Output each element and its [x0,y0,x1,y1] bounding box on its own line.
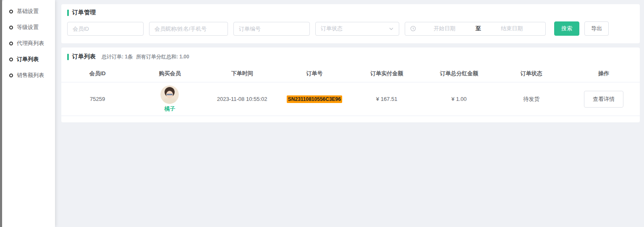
col-dividend-amount: 订单总分红金额 [423,70,495,77]
sidebar-item-level-settings[interactable]: 等级设置 [2,19,55,35]
cell-paid-amount: ¥ 167.51 [351,96,423,102]
export-button[interactable]: 导出 [584,21,609,36]
sidebar-item-label: 基础设置 [17,8,39,15]
list-title: 订单列表 [72,53,96,61]
main-content: 订单管理 订单状态 开始日期 至 结束日期 [55,0,644,227]
accent-bar [67,10,69,16]
col-paid-amount: 订单实付金额 [351,70,423,77]
date-range-picker[interactable]: 开始日期 至 结束日期 [405,22,546,36]
sidebar-item-label: 销售额列表 [17,71,44,79]
total-orders-summary: 总计订单: 1条 [102,53,133,61]
cell-order-no: SN23110810556C3E96 [278,95,351,103]
circle-icon [9,58,13,61]
sidebar-item-sales-list[interactable]: 销售额列表 [2,67,55,83]
col-member-id: 会员ID [61,70,134,77]
order-no-highlight: SN23110810556C3E96 [287,95,342,103]
circle-icon [9,42,13,45]
app-window: 基础设置 等级设置 代理商列表 订单列表 销售额列表 订单管理 [0,0,644,227]
sidebar-item-agent-list[interactable]: 代理商列表 [2,35,55,51]
order-list-panel: 订单列表 总计订单: 1条 所有订单分红总和: 1.00 会员ID 购买会员 下… [61,48,640,122]
cell-order-status: 待发货 [495,95,568,103]
sidebar-item-order-list[interactable]: 订单列表 [2,51,55,67]
col-order-no: 订单号 [278,70,351,77]
date-range-separator: 至 [473,25,484,32]
cell-buyer: 橘子 [134,85,206,113]
sidebar-item-label: 代理商列表 [17,40,44,47]
order-status-select[interactable]: 订单状态 [315,22,399,36]
start-date-placeholder[interactable]: 开始日期 [416,25,473,32]
table-row: 75259 橘子 [61,82,640,116]
accent-bar [67,54,69,60]
buyer-avatar[interactable] [160,85,179,104]
sidebar-item-label: 订单列表 [17,55,39,63]
filter-row: 订单状态 开始日期 至 结束日期 搜索 导出 [67,21,634,36]
col-buyer: 购买会员 [134,70,206,77]
sidebar-item-basic-settings[interactable]: 基础设置 [2,3,55,19]
col-order-time: 下单时间 [206,70,278,77]
chevron-down-icon [389,26,394,31]
dividend-total-summary: 所有订单分红总和: 1.00 [136,53,189,61]
circle-icon [9,74,13,77]
table-header-row: 会员ID 购买会员 下单时间 订单号 订单实付金额 订单总分红金额 订单状态 操… [61,65,640,82]
search-button[interactable]: 搜索 [554,21,579,36]
buyer-nickname[interactable]: 橘子 [164,105,175,113]
member-id-input[interactable] [67,22,144,36]
orders-table: 会员ID 购买会员 下单时间 订单号 订单实付金额 订单总分红金额 订单状态 操… [61,65,640,116]
order-status-placeholder: 订单状态 [321,25,389,32]
view-detail-button[interactable]: 查看详情 [584,91,623,108]
circle-icon [9,10,13,13]
col-actions: 操作 [568,70,640,77]
end-date-placeholder[interactable]: 结束日期 [484,25,541,32]
sidebar-item-label: 等级设置 [17,24,39,31]
page-title: 订单管理 [72,9,96,16]
sidebar: 基础设置 等级设置 代理商列表 订单列表 销售额列表 [2,0,55,227]
order-filter-panel: 订单管理 订单状态 开始日期 至 结束日期 [61,4,640,43]
cell-member-id: 75259 [61,96,134,102]
member-info-input[interactable] [149,22,228,36]
cell-dividend-amount: ¥ 1.00 [423,96,495,102]
list-section-title: 订单列表 总计订单: 1条 所有订单分红总和: 1.00 [61,53,640,61]
order-no-input[interactable] [233,22,310,36]
filter-section-title: 订单管理 [67,9,634,16]
cell-actions: 查看详情 [568,91,640,108]
clock-icon [410,26,416,32]
cell-order-time: 2023-11-08 10:55:02 [206,96,278,102]
circle-icon [9,26,13,29]
col-order-status: 订单状态 [495,70,568,77]
